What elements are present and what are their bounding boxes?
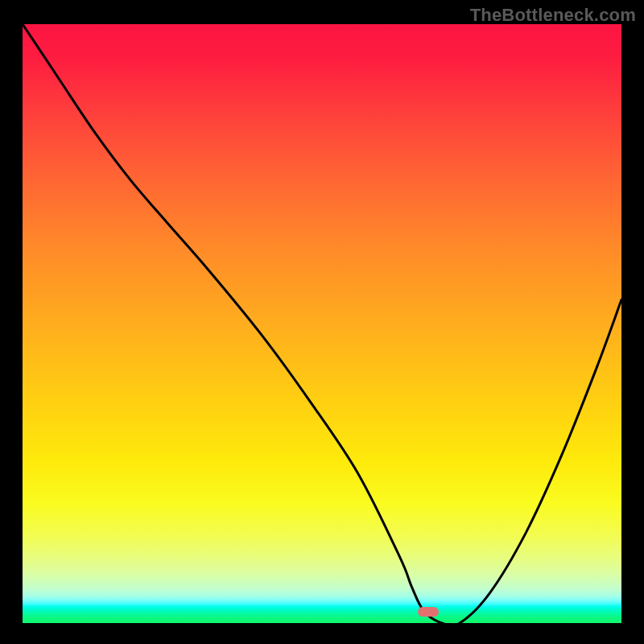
optimal-marker <box>418 607 439 617</box>
plot-area <box>23 24 621 623</box>
gradient-background <box>23 24 621 623</box>
watermark-text: TheBottleneck.com <box>470 5 636 26</box>
chart-frame: TheBottleneck.com <box>0 0 644 644</box>
